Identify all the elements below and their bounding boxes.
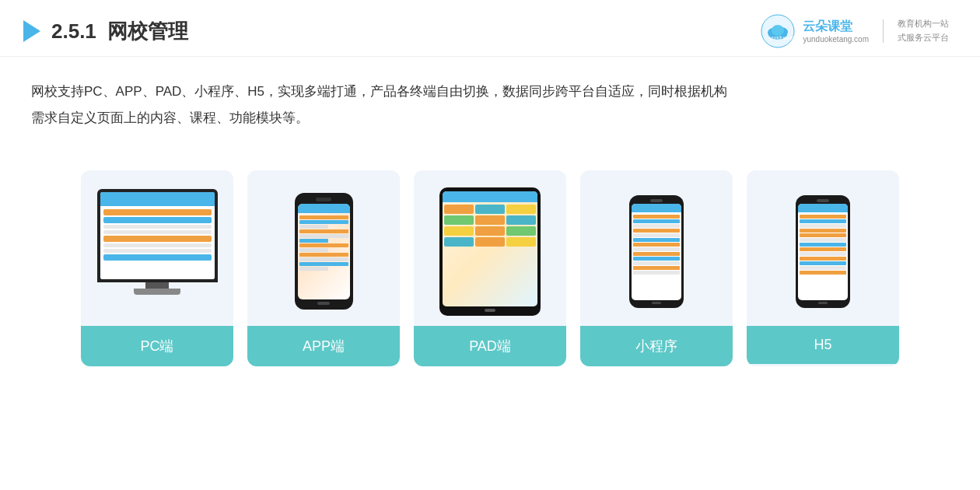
card-miniapp-image	[580, 170, 733, 326]
phone-notch	[316, 198, 331, 201]
p-row-5	[299, 234, 348, 238]
pc-row-7	[103, 249, 212, 253]
app-phone-mockup	[295, 193, 353, 310]
brand-logo: yunduoketang	[761, 14, 795, 48]
pc-row-8	[103, 254, 212, 261]
h5-row-2	[800, 219, 846, 223]
m-row-1	[633, 215, 680, 219]
h5-phone-mockup	[796, 195, 850, 308]
pc-row-6	[103, 243, 212, 247]
p-row-8	[299, 248, 329, 252]
h5-row-11	[800, 261, 846, 265]
p-row-4	[299, 229, 348, 233]
h5-row-1	[800, 215, 846, 219]
vertical-divider	[883, 19, 884, 43]
pc-row-4	[103, 230, 212, 234]
m-row-4	[633, 229, 680, 233]
pad-c1	[444, 205, 474, 214]
phone-home	[317, 302, 330, 305]
pad-c7	[444, 226, 474, 236]
brand-domain: yunduoketang.com	[803, 35, 869, 44]
m-row-7	[633, 243, 680, 247]
h5-screen	[798, 204, 848, 300]
p-row-2	[299, 220, 348, 224]
card-pad-image	[414, 170, 566, 326]
pad-c12	[506, 237, 536, 247]
card-app: APP端	[247, 170, 400, 366]
mini-notch	[650, 199, 663, 202]
mini-screen	[632, 204, 681, 300]
card-app-image	[247, 170, 400, 326]
card-pad: PAD端	[414, 170, 566, 366]
cards-container: PC端	[0, 147, 980, 382]
m-row-3	[633, 224, 680, 228]
h5-row-13	[800, 271, 846, 275]
m-row-13	[633, 271, 680, 275]
p-row-3	[299, 225, 329, 229]
phone-bar	[298, 204, 350, 213]
brand-slogan: 教育机构一站 式服务云平台	[898, 17, 949, 44]
header-left: 2.5.1 网校管理	[23, 18, 188, 45]
p-row-6	[299, 239, 329, 243]
h5-row-8	[800, 247, 846, 251]
header: 2.5.1 网校管理 yunduoketang 云朵课堂 yunduoketan…	[0, 0, 980, 57]
h5-row-9	[800, 252, 846, 256]
svg-text:yunduoketang: yunduoketang	[769, 35, 795, 41]
h5-home	[818, 302, 828, 304]
p-row-7	[299, 243, 348, 247]
page: 2.5.1 网校管理 yunduoketang 云朵课堂 yunduoketan…	[0, 0, 980, 490]
brand-cloud-icon: yunduoketang	[761, 14, 795, 48]
card-h5: H5	[747, 170, 899, 366]
card-pc-label: PC端	[81, 326, 233, 366]
pc-screen-rows	[100, 208, 215, 262]
pad-home	[485, 309, 495, 312]
phone-content	[298, 213, 350, 273]
pc-row-5	[103, 236, 212, 242]
card-app-label: APP端	[247, 326, 400, 366]
m-row-12	[633, 266, 680, 270]
title-text: 网校管理	[107, 19, 188, 43]
pad-c11	[475, 237, 505, 247]
card-miniapp: 小程序	[580, 170, 733, 366]
m-row-9	[633, 252, 680, 256]
card-pc: PC端	[81, 170, 233, 366]
m-row-10	[633, 257, 680, 261]
section-number: 2.5.1	[51, 19, 96, 43]
pad-grid	[443, 202, 537, 249]
pc-screen-outer	[97, 189, 218, 282]
pad-c10	[444, 237, 474, 247]
logo-triangle-icon	[23, 20, 40, 42]
pad-c2	[475, 205, 505, 214]
slogan-line2: 式服务云平台	[898, 31, 949, 45]
desc-line1: 网校支持PC、APP、PAD、小程序、H5，实现多端打通，产品各终端自由切换，数…	[31, 79, 949, 105]
pad-c9	[506, 226, 536, 236]
pc-row-2	[103, 217, 212, 223]
pc-base	[134, 289, 180, 295]
pad-screen	[443, 191, 537, 306]
p-row-12	[299, 267, 329, 271]
header-right: yunduoketang 云朵课堂 yunduoketang.com 教育机构一…	[761, 14, 949, 48]
m-row-6	[633, 238, 680, 242]
pc-screen-content	[100, 192, 215, 279]
h5-rows	[798, 212, 848, 277]
phone-screen	[298, 204, 350, 299]
card-h5-label: H5	[747, 326, 899, 364]
pad-c6	[506, 215, 536, 225]
p-row-10	[299, 257, 348, 261]
slogan-line1: 教育机构一站	[898, 17, 949, 31]
h5-row-4	[800, 229, 846, 233]
pad-c8	[475, 226, 505, 236]
page-title: 2.5.1 网校管理	[51, 18, 188, 45]
p-row-11	[299, 262, 348, 266]
m-row-2	[633, 219, 680, 223]
card-h5-image	[747, 170, 899, 326]
pc-mockup	[95, 189, 219, 313]
svg-point-4	[772, 25, 784, 36]
m-row-5	[633, 233, 680, 237]
card-miniapp-label: 小程序	[580, 326, 733, 366]
description-block: 网校支持PC、APP、PAD、小程序、H5，实现多端打通，产品各终端自由切换，数…	[0, 57, 980, 139]
brand-text: 云朵课堂 yunduoketang.com	[803, 19, 869, 44]
p-row-1	[299, 215, 348, 219]
pad-bar	[443, 191, 537, 202]
pad-mockup	[439, 187, 541, 316]
